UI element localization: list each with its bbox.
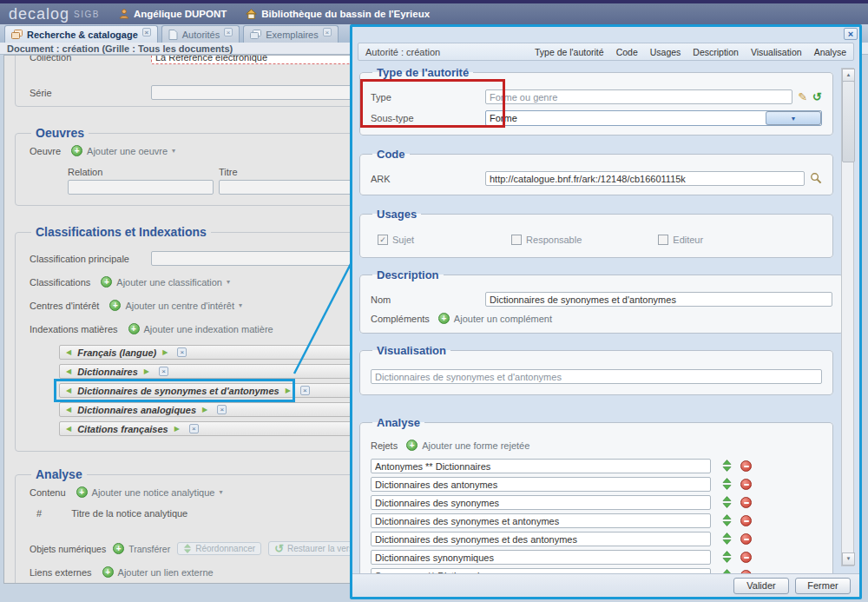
remove-tag-icon[interactable]: × [177,347,187,357]
tab-close-icon[interactable]: × [224,28,233,36]
fermer-button[interactable]: Fermer [795,578,851,594]
add-centre-link[interactable]: + Ajouter un centre d'intérêt ▾ [109,300,242,311]
nav-description[interactable]: Description [693,47,739,57]
move-left-icon[interactable]: ◀ [66,425,71,433]
add-lien-link[interactable]: + Ajouter un lien externe [102,566,214,578]
nom-label: Nom [371,294,485,305]
tab-autorites[interactable]: Autorités × [161,25,240,43]
scroll-down-icon[interactable]: ▼ [842,552,855,566]
app-logo: decalog [9,5,69,23]
nom-input[interactable] [485,292,832,307]
description-legend: Description [372,268,444,281]
tag-label: Dictionnaires analogiques [77,405,196,415]
rejet-input[interactable] [371,459,711,473]
sous-type-select[interactable]: Forme ▼ [485,110,822,126]
search-icon[interactable] [810,172,822,186]
valider-button[interactable]: Valider [733,578,789,594]
usages-fieldset: Usages Sujet Responsable Editeur [359,208,833,258]
undo-icon[interactable]: ↺ [812,91,822,103]
scrollbar-thumb[interactable] [842,81,855,162]
nom-row: Nom [371,292,832,307]
tab-recherche-catalogage[interactable]: Recherche & catalogage × [4,25,158,43]
transferer-link[interactable]: + Transférer [113,543,170,554]
move-right-icon[interactable]: ▶ [162,348,168,356]
ark-label: ARK [371,174,485,184]
description-column-label: Description [69,583,112,584]
add-classification-link[interactable]: + Ajouter une classification ▾ [101,276,230,288]
move-left-icon[interactable]: ◀ [66,406,71,413]
dialog-body: Type de l'autorité Type ✎ ↺ Sous-type Fo… [352,61,859,573]
rejet-item [371,495,822,510]
chevron-down-icon[interactable]: ▼ [766,111,821,125]
move-left-icon[interactable]: ◀ [66,348,71,356]
tab-close-icon[interactable]: × [142,28,151,36]
plus-icon: + [109,300,121,311]
nav-analyse[interactable]: Analyse [814,47,846,57]
remove-tag-icon[interactable]: × [300,386,310,395]
remove-rejet-icon[interactable] [740,479,752,490]
ark-input[interactable] [485,171,805,186]
remove-rejet-icon[interactable] [740,533,752,545]
plus-icon: + [101,276,112,288]
rejet-input[interactable] [371,513,711,528]
remove-rejet-icon[interactable] [740,460,752,472]
complements-row: Compléments + Ajouter un complément [371,313,832,324]
sujet-label: Sujet [392,235,414,245]
move-right-icon[interactable]: ▶ [174,425,180,433]
liens-externes-label: Liens externes [30,567,92,578]
add-indexation-link[interactable]: + Ajouter une indexation matière [128,323,273,334]
rejet-input[interactable] [371,477,711,492]
remove-rejet-icon[interactable] [740,552,752,563]
move-left-icon[interactable]: ◀ [66,387,71,394]
dialog-top-strip: × [352,27,859,43]
reorder-icon[interactable] [721,496,733,510]
move-right-icon[interactable]: ▶ [144,367,149,375]
add-indexation-label: Ajouter une indexation matière [144,324,273,334]
move-left-icon[interactable]: ◀ [66,367,71,375]
move-right-icon[interactable]: ▶ [286,387,291,394]
dialog-scrollbar[interactable]: ▲ ▼ [841,68,854,566]
rejet-input[interactable] [371,532,711,546]
dialog-section-nav: Type de l'autorité Code Usages Descripti… [535,47,846,57]
nav-type-autorite[interactable]: Type de l'autorité [535,47,604,57]
nav-usages[interactable]: Usages [650,47,681,57]
rejet-input[interactable] [371,495,711,510]
oeuvres-legend: Oeuvres [31,126,89,140]
current-user[interactable]: Angélique DUPONT [119,9,227,19]
reorder-icon[interactable] [721,533,733,546]
reorder-icon[interactable] [721,460,733,473]
reorder-icon[interactable] [721,551,733,565]
application-window: decalog SIGB Angélique DUPONT Bibliothèq… [0,0,868,602]
edit-pencil-icon[interactable]: ✎ [798,91,807,103]
type-input [485,89,792,104]
close-icon[interactable]: × [844,28,858,40]
nav-code[interactable]: Code [616,47,638,57]
reorder-icon[interactable] [721,478,733,492]
type-autorite-legend: Type de l'autorité [372,66,473,79]
relation-column-label: Relation [68,167,214,177]
remove-tag-icon[interactable]: × [189,424,199,433]
relation-input[interactable] [68,180,214,195]
add-oeuvre-link[interactable]: + Ajouter une oeuvre ▾ [71,145,175,156]
remove-tag-icon[interactable]: × [217,405,227,414]
rejet-input[interactable] [371,550,711,565]
indexations-label: Indexations matières [30,324,118,334]
remove-tag-icon[interactable]: × [159,367,168,376]
tag-label: Dictionnaires [77,367,138,377]
sous-type-label: Sous-type [371,113,485,123]
rejets-label: Rejets [371,440,398,451]
move-right-icon[interactable]: ▶ [202,406,207,413]
reorder-icon[interactable] [721,514,733,528]
complements-label: Compléments [371,314,430,324]
remove-rejet-icon[interactable] [740,515,752,526]
scroll-up-icon[interactable]: ▲ [842,69,855,82]
add-rejet-link[interactable]: + Ajouter une forme rejetée [406,440,529,451]
tab-exemplaires[interactable]: Exemplaires × [243,25,339,43]
add-notice-link[interactable]: + Ajouter une notice analytique ▾ [76,486,223,498]
tab-close-icon[interactable]: × [323,28,332,36]
current-library[interactable]: Bibliothèque du bassin de l'Eyrieux [246,9,430,19]
catalog-icon [11,30,23,40]
add-complement-link[interactable]: + Ajouter un complément [438,313,552,324]
remove-rejet-icon[interactable] [740,497,752,508]
nav-visualisation[interactable]: Visualisation [751,47,802,57]
